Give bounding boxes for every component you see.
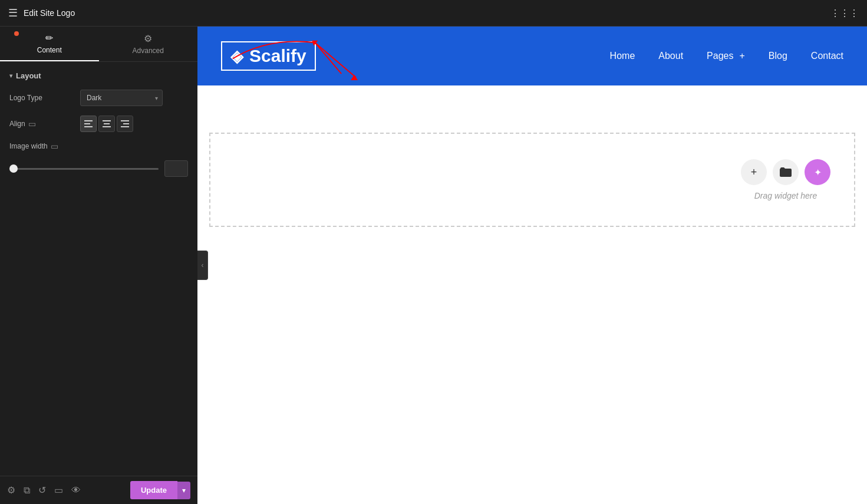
svg-line-10 [315, 42, 356, 77]
site-header-preview: ◈ Scalify Home About Pages + Blog Contac… [197, 27, 867, 85]
svg-rect-0 [84, 120, 93, 121]
add-widget-btn[interactable]: + [741, 159, 767, 185]
svg-rect-2 [84, 126, 93, 127]
logo-type-row: Logo Type Dark Light Default ▾ [9, 90, 188, 106]
top-bar: ☰ Edit Site Logo ⋮⋮⋮ [0, 0, 867, 27]
drop-zone-buttons: + ✦ [741, 159, 830, 185]
history-icon[interactable]: ↺ [38, 485, 46, 496]
right-content: ◈ Scalify Home About Pages + Blog Contac… [197, 27, 867, 504]
tabs: ✏ Content ⚙ Advanced [0, 27, 197, 62]
content-tab-icon: ✏ [45, 32, 53, 44]
align-label: Align ▭ [9, 119, 80, 129]
settings-icon[interactable]: ⚙ [7, 485, 15, 496]
logo-text: Scalify [249, 46, 306, 66]
align-monitor-icon: ▭ [28, 119, 36, 129]
svg-rect-5 [103, 126, 111, 127]
svg-marker-11 [351, 75, 358, 80]
svg-rect-7 [123, 123, 129, 124]
slider-row [9, 160, 188, 177]
svg-rect-3 [103, 120, 111, 121]
align-buttons [80, 116, 188, 132]
svg-line-9 [315, 42, 341, 74]
nav-about[interactable]: About [658, 51, 683, 61]
nav-pages[interactable]: Pages [707, 51, 733, 61]
update-button[interactable]: Update [130, 481, 177, 499]
logo-type-label: Logo Type [9, 94, 80, 102]
layout-section-label: Layout [16, 71, 41, 80]
slider-container [9, 160, 188, 177]
tab-content-label: Content [37, 46, 62, 54]
logo-symbol: ◈ [230, 47, 243, 66]
align-row: Align ▭ [9, 116, 188, 132]
page-area: + ✦ Drag widget here [197, 85, 867, 504]
bottom-tools: ⚙ ⧉ ↺ ▭ 👁 [7, 485, 81, 496]
layers-icon[interactable]: ⧉ [24, 485, 30, 496]
logo-type-select[interactable]: Dark Light Default [80, 90, 163, 106]
svg-rect-6 [121, 120, 129, 121]
responsive-icon[interactable]: ▭ [54, 485, 63, 496]
left-panel: ✏ Content ⚙ Advanced ▾ Layout Logo Type [0, 27, 197, 504]
panel-content: ▾ Layout Logo Type Dark Light Default ▾ [0, 62, 197, 476]
image-width-slider[interactable] [9, 168, 159, 170]
logo-type-dropdown-wrapper: Dark Light Default ▾ [80, 90, 163, 106]
collapse-panel-tab[interactable]: ‹ [197, 251, 208, 280]
drag-widget-text: Drag widget here [754, 191, 817, 200]
image-width-label: Image width ▭ [9, 141, 80, 151]
section-chevron-icon: ▾ [9, 73, 12, 79]
align-right-btn[interactable] [117, 116, 133, 132]
eye-icon[interactable]: 👁 [71, 485, 81, 496]
grid-icon[interactable]: ⋮⋮⋮ [830, 8, 859, 19]
update-btn-wrapper: Update ▾ [130, 481, 190, 499]
nav-blog[interactable]: Blog [769, 51, 787, 61]
page-title: Edit Site Logo [24, 8, 75, 18]
layout-section-header[interactable]: ▾ Layout [9, 71, 188, 80]
nav-plus-icon[interactable]: + [739, 51, 744, 61]
bottom-toolbar: ⚙ ⧉ ↺ ▭ 👁 Update ▾ [0, 476, 197, 504]
magic-widget-btn[interactable]: ✦ [805, 159, 830, 185]
top-bar-left: ☰ Edit Site Logo [8, 6, 75, 19]
main-layout: ✏ Content ⚙ Advanced ▾ Layout Logo Type [0, 27, 867, 504]
update-dropdown-btn[interactable]: ▾ [177, 482, 190, 499]
image-width-monitor-icon: ▭ [51, 141, 58, 151]
drop-zone: + ✦ Drag widget here [209, 133, 855, 227]
align-center-btn[interactable] [98, 116, 115, 132]
site-logo[interactable]: ◈ Scalify [221, 41, 316, 71]
hamburger-icon[interactable]: ☰ [8, 6, 18, 19]
collapse-icon: ‹ [202, 261, 204, 269]
slider-value-display [164, 160, 188, 177]
tab-advanced-label: Advanced [133, 47, 164, 55]
align-left-btn[interactable] [80, 116, 97, 132]
drop-zone-controls: + ✦ Drag widget here [741, 159, 830, 200]
svg-rect-1 [84, 123, 90, 124]
nav-home[interactable]: Home [610, 51, 635, 61]
tab-advanced[interactable]: ⚙ Advanced [99, 27, 198, 61]
svg-rect-8 [121, 126, 129, 127]
svg-rect-4 [104, 123, 110, 124]
site-nav: Home About Pages + Blog Contact [610, 51, 843, 61]
advanced-tab-icon: ⚙ [144, 33, 152, 44]
align-control [80, 116, 188, 132]
folder-widget-btn[interactable] [773, 159, 799, 185]
nav-contact[interactable]: Contact [811, 51, 843, 61]
notification-dot [14, 31, 19, 36]
logo-type-control: Dark Light Default ▾ [80, 90, 188, 106]
image-width-row: Image width ▭ [9, 141, 188, 151]
